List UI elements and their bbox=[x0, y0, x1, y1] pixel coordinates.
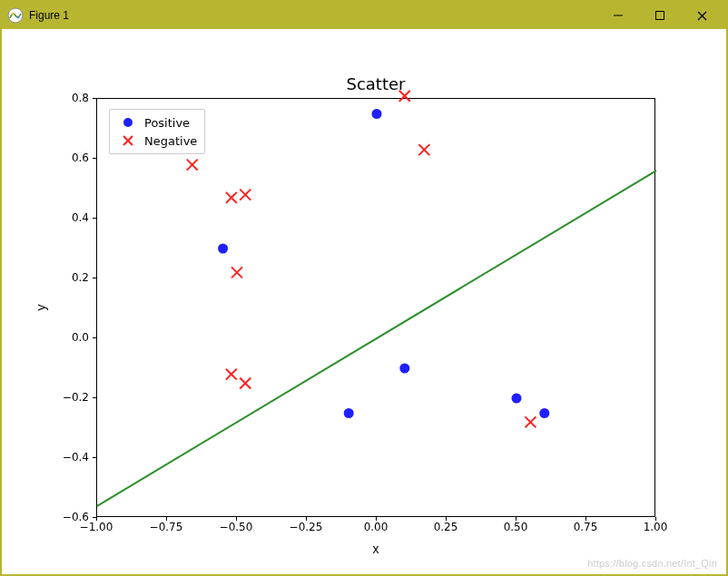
x-tick-label: −0.50 bbox=[220, 521, 253, 533]
positive-point bbox=[539, 408, 549, 418]
svg-line-6 bbox=[698, 12, 706, 20]
y-tick-label: 0.8 bbox=[53, 92, 89, 104]
x-tick-label: 0.50 bbox=[504, 521, 528, 533]
maximize-button[interactable] bbox=[639, 2, 681, 29]
negative-point bbox=[226, 369, 237, 380]
y-tick-mark bbox=[93, 218, 96, 219]
x-tick-label: −0.25 bbox=[290, 521, 323, 533]
close-button[interactable] bbox=[681, 2, 723, 29]
positive-point bbox=[372, 109, 382, 119]
titlebar[interactable]: Figure 1 bbox=[2, 2, 726, 29]
negative-point bbox=[418, 144, 429, 155]
plot-svg bbox=[97, 99, 656, 518]
legend-label: Negative bbox=[141, 134, 197, 148]
positive-point bbox=[512, 394, 522, 404]
y-tick-label: 0.4 bbox=[53, 211, 89, 224]
circle-marker-icon bbox=[115, 118, 141, 127]
legend-item-negative: Negative bbox=[115, 132, 197, 150]
app-icon bbox=[7, 7, 24, 24]
positive-point bbox=[399, 364, 409, 374]
y-tick-label: 0.6 bbox=[53, 151, 89, 164]
svg-rect-4 bbox=[656, 12, 664, 20]
legend: Positive Negative bbox=[109, 109, 205, 154]
x-tick-label: −0.75 bbox=[150, 521, 183, 533]
positive-point bbox=[344, 408, 354, 418]
x-tick-label: 0.25 bbox=[434, 521, 458, 533]
positive-point bbox=[218, 244, 228, 254]
fit-line bbox=[97, 171, 656, 506]
y-tick-label: −0.6 bbox=[53, 511, 89, 523]
x-axis-label: x bbox=[96, 542, 655, 556]
y-axis-label: y bbox=[33, 98, 47, 517]
chart-title: Scatter bbox=[96, 74, 655, 93]
svg-point-2 bbox=[17, 16, 20, 19]
y-tick-mark bbox=[93, 158, 96, 159]
figure-canvas: Scatter y x −1.00−0.75−0.50−0.250.000.25… bbox=[2, 29, 726, 574]
svg-point-1 bbox=[12, 13, 15, 15]
minimize-button[interactable] bbox=[597, 2, 639, 29]
negative-point bbox=[231, 267, 242, 278]
negative-point bbox=[525, 416, 536, 427]
negative-point bbox=[240, 190, 251, 200]
legend-label: Positive bbox=[141, 116, 190, 130]
y-tick-label: −0.2 bbox=[53, 391, 89, 404]
x-tick-label: 0.75 bbox=[574, 521, 598, 533]
y-tick-mark bbox=[93, 517, 96, 518]
y-tick-label: 0.0 bbox=[53, 331, 89, 344]
y-tick-mark bbox=[93, 337, 96, 338]
x-marker-icon bbox=[115, 135, 141, 146]
svg-line-5 bbox=[698, 12, 706, 20]
legend-item-positive: Positive bbox=[115, 113, 197, 132]
y-tick-label: 0.2 bbox=[53, 271, 89, 284]
x-tick-label: 1.00 bbox=[644, 521, 668, 533]
y-tick-mark bbox=[93, 457, 96, 458]
window-title: Figure 1 bbox=[29, 9, 69, 22]
axes-box bbox=[96, 98, 655, 517]
y-tick-mark bbox=[93, 98, 96, 99]
negative-point bbox=[187, 160, 198, 171]
app-window: Figure 1 Scatter y x −1.00−0.75−0.50−0.2… bbox=[0, 0, 728, 576]
y-tick-mark bbox=[93, 397, 96, 398]
negative-point bbox=[226, 192, 237, 203]
x-tick-label: 0.00 bbox=[364, 521, 389, 533]
watermark: https://blog.csdn.net/Int_Qin bbox=[587, 558, 717, 569]
y-tick-mark bbox=[93, 278, 96, 278]
y-tick-label: −0.4 bbox=[53, 451, 89, 464]
negative-point bbox=[240, 378, 251, 389]
